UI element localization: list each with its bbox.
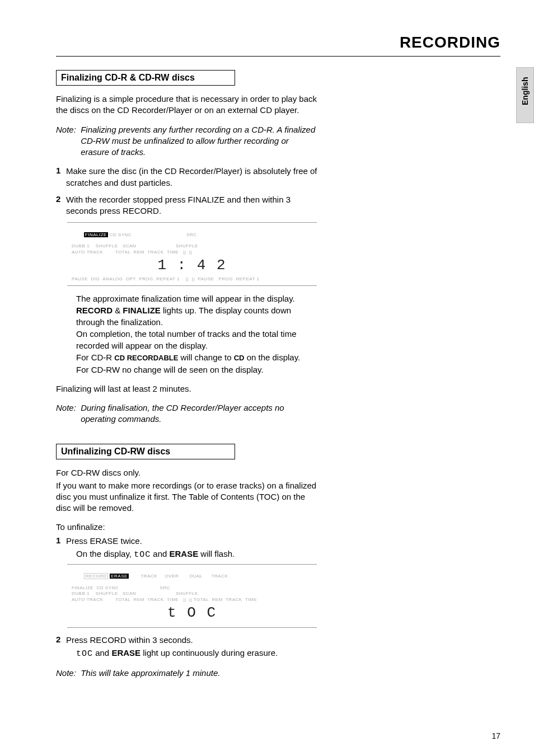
section1-intro: Finalizing is a simple procedure that is… <box>56 93 319 116</box>
sub-mid: and <box>151 549 169 558</box>
line4-mid: will change to <box>178 353 233 362</box>
header-rule <box>56 56 500 57</box>
step-text: Make sure the disc (in the CD Recorder/P… <box>66 166 319 189</box>
display-finalize-indicator: FINALIZE <box>84 232 108 237</box>
section1-note2: Note: During finalisation, the CD Record… <box>56 402 319 425</box>
step-text: With the recorder stopped press FINALIZE… <box>66 194 319 217</box>
note-label: Note: <box>56 668 78 679</box>
step-text: Press ERASE twice. <box>66 536 319 547</box>
followup-line4: For CD-R CD RECORDABLE will change to CD… <box>76 351 319 363</box>
followup-line1: The approximate finalization time will a… <box>76 293 319 304</box>
note-body: Finalizing prevents any further recordin… <box>81 124 316 158</box>
toc-seg: tOC <box>134 550 151 560</box>
lcd-display-panel-1: FINALIZE CD SYNC SRC DUBB 1 SHUFFLE SCAN… <box>67 222 317 286</box>
amp: & <box>113 306 123 315</box>
cd-sc: CD <box>234 354 245 362</box>
section-title-finalizing: Finalizing CD-R & CD-RW discs <box>56 70 235 86</box>
step-text: Press RECORD within 3 seconds. <box>66 635 319 646</box>
section2-intro1: For CD-RW discs only. <box>56 467 319 478</box>
language-tab-label: English <box>521 88 530 105</box>
language-tab: English <box>516 67 534 123</box>
section2-step2: 2 Press RECORD within 3 seconds. <box>56 635 319 646</box>
cd-recordable-sc: CD RECORDABLE <box>114 354 178 362</box>
erase-bold: ERASE <box>111 648 140 658</box>
section2-step2-sub: tOC and ERASE light up continuously duri… <box>76 647 319 660</box>
record-bold: RECORD <box>76 306 113 315</box>
display-erase-indicator: ERASE <box>110 574 129 579</box>
finalize-bold: FINALIZE <box>123 306 161 315</box>
display-row1-rest: CD SYNC SRC <box>108 232 197 237</box>
followup-line3: On completion, the total number of track… <box>76 328 319 351</box>
page-header-title: RECORDING <box>56 34 500 51</box>
display-time: 1 : 4 2 <box>72 256 312 275</box>
step-number: 2 <box>56 635 66 646</box>
display2-time: t O C <box>72 604 312 623</box>
display2-row2: FINALIZE CD SYNC SRC <box>72 585 312 591</box>
line4-post: on the display. <box>244 353 300 362</box>
note-body: During finalisation, the CD Recorder/Pla… <box>81 402 316 425</box>
lcd-display-panel-2: RECORD ERASE TRACK OVER DUAL TRACK FINAL… <box>67 564 317 628</box>
note-body: This will take approximately 1 minute. <box>81 668 220 679</box>
section2-step1-sub: On the display, tOC and ERASE will flash… <box>76 548 319 561</box>
section1-followup: The approximate finalization time will a… <box>76 293 319 375</box>
step-number: 1 <box>56 166 66 189</box>
erase-bold: ERASE <box>170 549 199 558</box>
section2-step1: 1 Press ERASE twice. <box>56 536 319 547</box>
unfinalize-label: To unfinalize: <box>56 522 319 533</box>
sub-mid: and <box>93 648 111 658</box>
sub-post: will flash. <box>198 549 235 558</box>
display-row5: PAUSE DIG ANALOG OPT PROG REPEAT 1 || ||… <box>72 276 312 282</box>
step-2: 2 With the recorder stopped press FINALI… <box>56 194 319 217</box>
page-number: 17 <box>491 731 500 740</box>
sub-post: light up continuously during erasure. <box>140 648 278 658</box>
note-label: Note: <box>56 124 78 135</box>
followup-line5: For CD-RW no change will de seen on the … <box>76 364 319 375</box>
display2-row1-rest: TRACK OVER DUAL TRACK <box>129 574 228 579</box>
note-label: Note: <box>56 402 78 414</box>
toc-seg: tOC <box>76 649 93 659</box>
step-number: 2 <box>56 194 66 217</box>
display2-row3: DUBB 1 SHUFFLE SCAN SHUFFLE <box>72 591 312 597</box>
line4-pre: For CD-R <box>76 353 114 362</box>
followup-line2: RECORD & FINALIZE lights up. The display… <box>76 304 319 328</box>
step-number: 1 <box>56 536 66 547</box>
section-title-unfinalizing: Unfinalizing CD-RW discs <box>56 444 235 459</box>
section2-intro2: If you want to make more recordings (or … <box>56 480 319 514</box>
display-row3: AUTO TRACK TOTAL REM TRACK TIME || || <box>72 250 312 255</box>
section2-note: Note: This will take approximately 1 min… <box>56 668 319 679</box>
sub-pre: On the display, <box>76 549 134 558</box>
section1-closing: Finalizing will last at least 2 minutes. <box>56 383 319 395</box>
display-row2: DUBB 1 SHUFFLE SCAN SHUFFLE <box>72 243 312 249</box>
display-record-box: RECORD <box>84 573 109 579</box>
display2-row4: AUTO TRACK TOTAL REM TRACK TIME || || TO… <box>72 597 312 603</box>
section1-note: Note: Finalizing prevents any further re… <box>56 124 319 158</box>
step-1: 1 Make sure the disc (in the CD Recorder… <box>56 166 319 189</box>
